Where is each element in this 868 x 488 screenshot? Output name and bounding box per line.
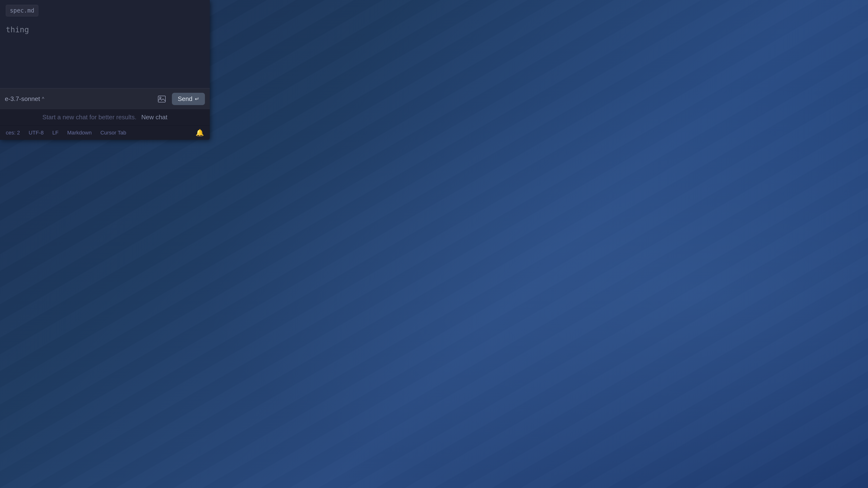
file-tab[interactable]: spec.md [6,5,38,17]
chevron-up-icon: ^ [42,96,44,102]
new-chat-link[interactable]: New chat [141,113,167,121]
status-encoding: UTF-8 [29,130,44,136]
status-cursor-tab[interactable]: Cursor Tab [100,130,126,136]
image-attach-button[interactable] [156,93,168,105]
status-spaces: ces: 2 [6,130,20,136]
chat-input-row: e-3.7-sonnet ^ Send ↵ [5,93,205,105]
editor-window: spec.md thing e-3.7-sonnet ^ Send ↵ [0,0,210,140]
editor-content: thing [6,24,204,36]
notification-bell-button[interactable]: 🔔 [195,129,204,137]
new-chat-hint: Start a new chat for better results. [42,113,136,121]
model-selector[interactable]: e-3.7-sonnet ^ [5,95,44,103]
send-label: Send [178,95,192,103]
model-label: e-3.7-sonnet [5,95,40,103]
chat-input-area: e-3.7-sonnet ^ Send ↵ [0,88,210,109]
status-line-ending: LF [52,130,59,136]
svg-rect-0 [158,96,165,102]
status-language[interactable]: Markdown [67,130,92,136]
new-chat-bar: Start a new chat for better results. New… [0,109,210,125]
status-bar: ces: 2 UTF-8 LF Markdown Cursor Tab 🔔 [0,125,210,140]
send-icon: ↵ [195,96,199,102]
svg-point-1 [160,97,161,99]
send-button[interactable]: Send ↵ [172,93,205,105]
chat-actions: Send ↵ [156,93,205,105]
editor-body: spec.md thing [0,0,210,88]
bell-icon: 🔔 [195,129,204,136]
